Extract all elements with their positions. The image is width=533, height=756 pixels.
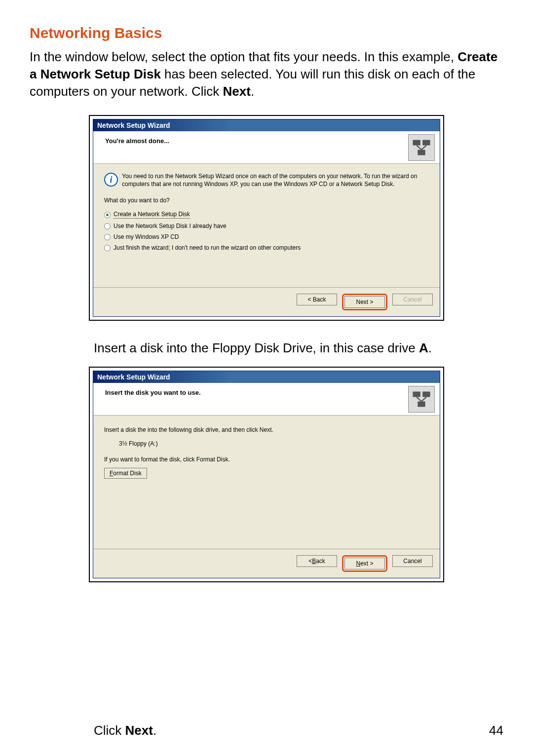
- radio-1[interactable]: [104, 223, 111, 229]
- click-next-caption: Click Next.: [30, 723, 156, 738]
- line1: Insert a disk the into the following dis…: [104, 426, 429, 433]
- network-icon-2: [408, 386, 435, 413]
- radio-2[interactable]: [104, 234, 111, 240]
- back-button-2[interactable]: < Back: [297, 555, 337, 567]
- svg-line-4: [421, 146, 426, 150]
- header-title-2: Insert the disk you want to use.: [105, 389, 435, 396]
- window-title-2: Network Setup Wizard: [97, 373, 170, 381]
- click-next-2: .: [153, 723, 156, 738]
- format-label-rest: ormat Disk: [113, 470, 141, 477]
- cancel-button-1[interactable]: Cancel: [392, 294, 433, 305]
- next-highlight-2: Next >: [342, 555, 387, 572]
- info-row: i You need to run the Network Setup Wiza…: [104, 173, 429, 188]
- prompt-label: What do you want to do?: [104, 197, 429, 204]
- click-next-bold: Next: [125, 723, 153, 738]
- svg-line-9: [421, 397, 426, 402]
- line2: If you want to format the disk, click Fo…: [104, 456, 429, 463]
- svg-rect-2: [418, 150, 425, 155]
- header-band-2: Insert the disk you want to use.: [93, 383, 440, 416]
- back-button-1[interactable]: < Back: [297, 294, 337, 305]
- radio-row-3[interactable]: Just finish the wizard; I don't need to …: [104, 244, 429, 251]
- svg-rect-1: [422, 140, 430, 146]
- format-disk-button[interactable]: Format Disk: [104, 468, 147, 479]
- svg-line-8: [417, 397, 421, 402]
- svg-rect-0: [413, 140, 420, 146]
- info-icon: i: [104, 173, 118, 187]
- svg-rect-7: [418, 402, 425, 407]
- screenshot-frame-1: Network Setup Wizard You're almost done.…: [89, 115, 444, 321]
- next-button-1[interactable]: Next >: [344, 296, 385, 308]
- radio-0[interactable]: [104, 212, 111, 218]
- radio-label-2: Use my Windows XP CD: [114, 233, 179, 240]
- svg-line-3: [417, 146, 421, 150]
- mid-text-2: .: [428, 340, 432, 355]
- next-button-2[interactable]: Next >: [344, 558, 385, 569]
- radio-3[interactable]: [104, 245, 111, 251]
- button-row-2: < Back Next > Cancel: [93, 549, 440, 578]
- drive-label: 3½ Floppy (A:): [119, 440, 429, 447]
- radio-row-0[interactable]: Create a Network Setup Disk: [104, 211, 429, 219]
- intro-paragraph: In the window below, select the option t…: [30, 48, 503, 100]
- page-number: 44: [489, 723, 503, 738]
- radio-label-0: Create a Network Setup Disk: [114, 211, 190, 219]
- section-heading: Networking Basics: [30, 25, 503, 41]
- screenshot-frame-2: Network Setup Wizard Insert the disk you…: [89, 367, 444, 582]
- mid-bold: A: [419, 340, 428, 355]
- wizard-window-1: Network Setup Wizard You're almost done.…: [93, 119, 440, 317]
- next-highlight-1: Next >: [342, 294, 387, 310]
- button-row-1: < Back Next > Cancel: [93, 287, 440, 316]
- footer-row: Click Next. 44: [30, 723, 503, 738]
- info-text: You need to run the Network Setup Wizard…: [122, 173, 429, 188]
- radio-label-1: Use the Network Setup Disk I already hav…: [114, 223, 227, 229]
- intro-bold-2: Next: [223, 84, 251, 99]
- header-band-1: You're almost done...: [93, 131, 440, 164]
- cancel-button-2[interactable]: Cancel: [392, 555, 433, 567]
- intro-text-3: .: [251, 84, 254, 99]
- network-icon: [408, 134, 435, 161]
- header-title-1: You're almost done...: [105, 137, 435, 145]
- wizard-window-2: Network Setup Wizard Insert the disk you…: [93, 371, 440, 578]
- titlebar-2: Network Setup Wizard: [93, 371, 440, 383]
- radio-row-2[interactable]: Use my Windows XP CD: [104, 233, 429, 240]
- content-area-2: Insert a disk the into the following dis…: [93, 416, 440, 549]
- mid-caption: Insert a disk into the Floppy Disk Drive…: [30, 340, 503, 356]
- intro-text-1: In the window below, select the option t…: [30, 49, 457, 64]
- window-title-1: Network Setup Wizard: [97, 121, 170, 129]
- mid-text-1: Insert a disk into the Floppy Disk Drive…: [94, 340, 419, 355]
- click-next-1: Click: [94, 723, 125, 738]
- radio-label-3: Just finish the wizard; I don't need to …: [114, 244, 301, 251]
- svg-rect-6: [422, 392, 430, 397]
- radio-row-1[interactable]: Use the Network Setup Disk I already hav…: [104, 223, 429, 229]
- svg-rect-5: [413, 392, 420, 397]
- titlebar-1: Network Setup Wizard: [93, 119, 440, 131]
- content-area-1: i You need to run the Network Setup Wiza…: [93, 164, 440, 287]
